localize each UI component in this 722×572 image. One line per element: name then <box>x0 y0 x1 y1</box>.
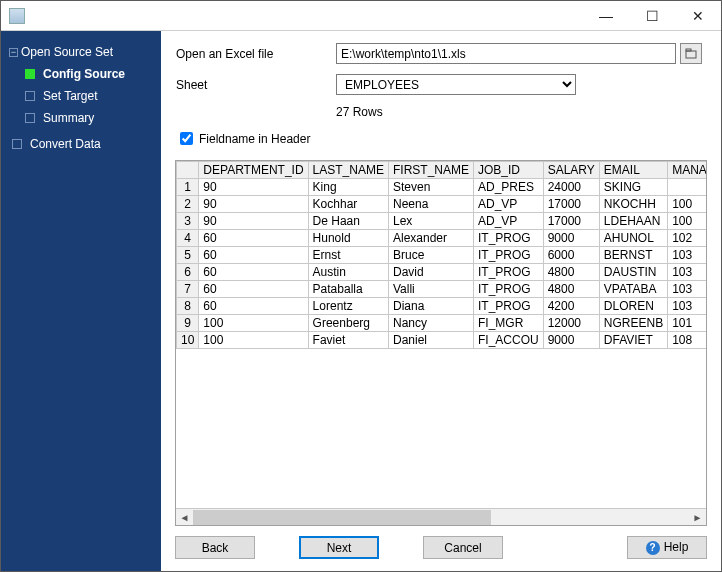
cell[interactable]: 100 <box>668 196 706 213</box>
cell[interactable]: Pataballa <box>308 281 388 298</box>
column-header[interactable]: EMAIL <box>599 162 667 179</box>
cell[interactable]: Lorentz <box>308 298 388 315</box>
sidebar-item-summary[interactable]: Summary <box>1 107 161 129</box>
cell[interactable]: 103 <box>668 298 706 315</box>
table-row[interactable]: 460HunoldAlexanderIT_PROG9000AHUNOL102 <box>177 230 707 247</box>
cell[interactable]: 17000 <box>543 213 599 230</box>
cell[interactable]: Diana <box>388 298 473 315</box>
cell[interactable]: 103 <box>668 264 706 281</box>
fieldname-header-checkbox[interactable] <box>180 132 193 145</box>
table-row[interactable]: 190KingStevenAD_PRES24000SKING <box>177 179 707 196</box>
sidebar-item-set-target[interactable]: Set Target <box>1 85 161 107</box>
back-button[interactable]: Back <box>175 536 255 559</box>
cell[interactable]: King <box>308 179 388 196</box>
sidebar-item-convert-data[interactable]: Convert Data <box>1 133 161 155</box>
cell[interactable]: IT_PROG <box>473 298 543 315</box>
cell[interactable]: 90 <box>199 213 308 230</box>
cell[interactable]: AD_PRES <box>473 179 543 196</box>
cell[interactable]: 24000 <box>543 179 599 196</box>
cell[interactable]: De Haan <box>308 213 388 230</box>
cell[interactable]: 4800 <box>543 264 599 281</box>
cell[interactable]: 12000 <box>543 315 599 332</box>
cell[interactable]: Greenberg <box>308 315 388 332</box>
browse-button[interactable] <box>680 43 702 64</box>
cancel-button[interactable]: Cancel <box>423 536 503 559</box>
minimize-button[interactable]: — <box>583 1 629 31</box>
cell[interactable]: 9000 <box>543 230 599 247</box>
cell[interactable]: Lex <box>388 213 473 230</box>
cell[interactable]: SKING <box>599 179 667 196</box>
column-header[interactable]: SALARY <box>543 162 599 179</box>
cell[interactable]: Ernst <box>308 247 388 264</box>
horizontal-scrollbar[interactable]: ◄ ► <box>176 508 706 525</box>
cell[interactable]: 9000 <box>543 332 599 349</box>
column-header[interactable]: JOB_ID <box>473 162 543 179</box>
scroll-left-icon[interactable]: ◄ <box>176 510 193 525</box>
cell[interactable]: 60 <box>199 281 308 298</box>
cell[interactable]: 90 <box>199 196 308 213</box>
cell[interactable]: 101 <box>668 315 706 332</box>
cell[interactable]: DFAVIET <box>599 332 667 349</box>
table-row[interactable]: 10100FavietDanielFI_ACCOU9000DFAVIET108 <box>177 332 707 349</box>
cell[interactable]: 108 <box>668 332 706 349</box>
table-row[interactable]: 560ErnstBruceIT_PROG6000BERNST103 <box>177 247 707 264</box>
cell[interactable]: Hunold <box>308 230 388 247</box>
cell[interactable]: Neena <box>388 196 473 213</box>
cell[interactable]: FI_ACCOU <box>473 332 543 349</box>
cell[interactable]: 4200 <box>543 298 599 315</box>
cell[interactable]: 6000 <box>543 247 599 264</box>
cell[interactable]: 17000 <box>543 196 599 213</box>
cell[interactable]: 90 <box>199 179 308 196</box>
cell[interactable]: NGREENB <box>599 315 667 332</box>
cell[interactable]: LDEHAAN <box>599 213 667 230</box>
cell[interactable]: David <box>388 264 473 281</box>
cell[interactable]: 100 <box>668 213 706 230</box>
cell[interactable]: VPATABA <box>599 281 667 298</box>
sidebar-item-config-source[interactable]: Config Source <box>1 63 161 85</box>
cell[interactable]: IT_PROG <box>473 230 543 247</box>
cell[interactable]: 60 <box>199 247 308 264</box>
cell[interactable]: Daniel <box>388 332 473 349</box>
cell[interactable]: 102 <box>668 230 706 247</box>
cell[interactable] <box>668 179 706 196</box>
table-row[interactable]: 290KochharNeenaAD_VP17000NKOCHH100 <box>177 196 707 213</box>
cell[interactable]: IT_PROG <box>473 247 543 264</box>
cell[interactable]: 60 <box>199 264 308 281</box>
cell[interactable]: AHUNOL <box>599 230 667 247</box>
cell[interactable]: 100 <box>199 332 308 349</box>
cell[interactable]: 4800 <box>543 281 599 298</box>
help-button[interactable]: ?Help <box>627 536 707 559</box>
table-row[interactable]: 390De HaanLexAD_VP17000LDEHAAN100 <box>177 213 707 230</box>
cell[interactable]: Alexander <box>388 230 473 247</box>
cell[interactable]: Kochhar <box>308 196 388 213</box>
excel-path-input[interactable] <box>336 43 676 64</box>
sidebar-item-open-source-set[interactable]: − Open Source Set <box>1 41 161 63</box>
sheet-select[interactable]: EMPLOYEES <box>336 74 576 95</box>
table-row[interactable]: 760PataballaValliIT_PROG4800VPATABA103 <box>177 281 707 298</box>
cell[interactable]: Austin <box>308 264 388 281</box>
cell[interactable]: IT_PROG <box>473 264 543 281</box>
cell[interactable]: 60 <box>199 298 308 315</box>
close-button[interactable]: ✕ <box>675 1 721 31</box>
cell[interactable]: Steven <box>388 179 473 196</box>
table-row[interactable]: 660AustinDavidIT_PROG4800DAUSTIN103 <box>177 264 707 281</box>
cell[interactable]: 103 <box>668 281 706 298</box>
column-header[interactable]: DEPARTMENT_ID <box>199 162 308 179</box>
cell[interactable]: AD_VP <box>473 213 543 230</box>
scroll-right-icon[interactable]: ► <box>689 510 706 525</box>
cell[interactable]: NKOCHH <box>599 196 667 213</box>
cell[interactable]: Faviet <box>308 332 388 349</box>
cell[interactable]: BERNST <box>599 247 667 264</box>
cell[interactable]: 103 <box>668 247 706 264</box>
maximize-button[interactable]: ☐ <box>629 1 675 31</box>
cell[interactable]: 60 <box>199 230 308 247</box>
column-header[interactable]: FIRST_NAME <box>388 162 473 179</box>
cell[interactable]: FI_MGR <box>473 315 543 332</box>
collapse-icon[interactable]: − <box>9 48 18 57</box>
cell[interactable]: 100 <box>199 315 308 332</box>
cell[interactable]: Bruce <box>388 247 473 264</box>
next-button[interactable]: Next <box>299 536 379 559</box>
cell[interactable]: AD_VP <box>473 196 543 213</box>
table-row[interactable]: 9100GreenbergNancyFI_MGR12000NGREENB101 <box>177 315 707 332</box>
column-header[interactable]: LAST_NAME <box>308 162 388 179</box>
